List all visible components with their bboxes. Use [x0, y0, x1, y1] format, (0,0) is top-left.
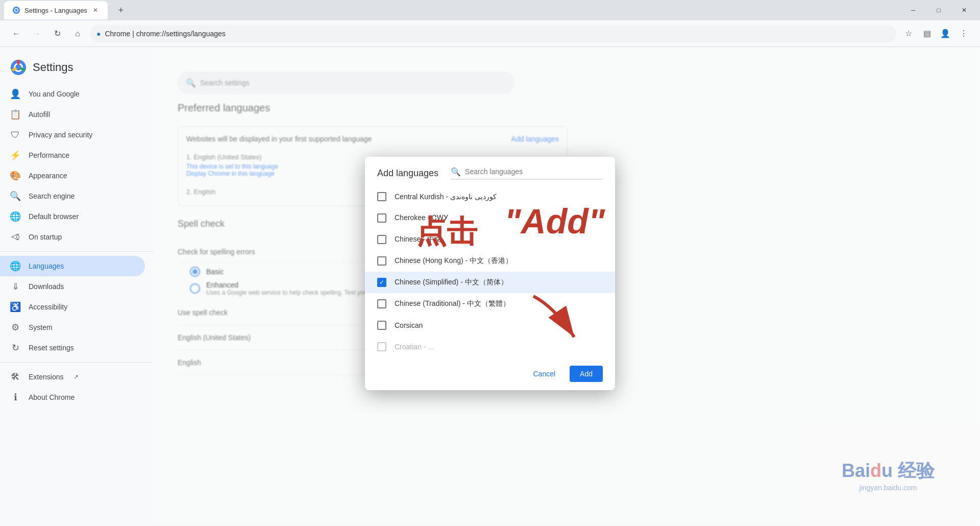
active-tab[interactable]: Settings - Languages ✕: [4, 1, 108, 19]
modal-search-icon: 🔍: [451, 167, 461, 177]
add-languages-link[interactable]: Add languages: [511, 135, 559, 143]
language-list-container: 点击 "Add" Central Kurdish - كوردیی ناوەند…: [365, 186, 615, 357]
croatian-checkbox[interactable]: [377, 342, 386, 351]
list-item[interactable]: Chinese - 中文: [365, 229, 615, 250]
english-us-label: English (United States): [178, 333, 251, 342]
sidebar-item-downloads[interactable]: ⇓ Downloads: [0, 276, 145, 297]
cherokee-checkbox[interactable]: [377, 213, 386, 223]
add-button[interactable]: Add: [570, 366, 603, 382]
corsican-label: Corsican: [395, 321, 423, 329]
home-button[interactable]: ⌂: [69, 26, 86, 42]
tab-close-button[interactable]: ✕: [91, 6, 100, 14]
sidebar-label-on-startup: On startup: [29, 233, 62, 241]
svg-point-2: [15, 9, 18, 12]
sidebar-item-reset-settings[interactable]: ↻ Reset settings: [0, 338, 145, 358]
palette-icon: 🎨: [10, 171, 20, 181]
address-bar[interactable]: ● Chrome | chrome://settings/languages: [90, 25, 896, 42]
chinese-traditional-checkbox[interactable]: [377, 299, 386, 308]
favicon-icon: [12, 6, 20, 14]
download-icon: ⇓: [10, 281, 20, 292]
check-spelling-label: Check for spelling errors: [178, 248, 255, 256]
new-tab-button[interactable]: +: [114, 3, 128, 17]
list-item[interactable]: Cherokee - ᏣᎳᎩ: [365, 207, 615, 229]
language-list: Central Kurdish - كوردیی ناوەندی Cheroke…: [365, 186, 615, 357]
tab-search-button[interactable]: ▤: [919, 26, 935, 42]
list-item[interactable]: Central Kurdish - كوردیی ناوەندی: [365, 186, 615, 207]
back-button[interactable]: ←: [8, 26, 24, 42]
sidebar-item-privacy-security[interactable]: 🛡 Privacy and security: [0, 125, 145, 145]
search-bar-icon: 🔍: [186, 78, 196, 88]
sidebar-label-search-engine: Search engine: [29, 192, 75, 200]
list-item[interactable]: Chinese (Traditional) - 中文（繁體）: [365, 293, 615, 315]
search-input[interactable]: [200, 79, 506, 87]
sidebar-item-you-and-google[interactable]: 👤 You and Google: [0, 84, 145, 104]
sidebar-item-accessibility[interactable]: ♿ Accessibility: [0, 297, 145, 317]
reload-button[interactable]: ↻: [49, 26, 65, 42]
bookmark-this-tab-button[interactable]: ☆: [900, 26, 917, 42]
enhanced-radio[interactable]: [190, 283, 200, 294]
reset-icon: ↻: [10, 343, 20, 353]
sidebar-header: Settings: [0, 55, 153, 84]
sidebar-label-privacy-security: Privacy and security: [29, 131, 92, 139]
sidebar-divider: [0, 251, 153, 252]
accessibility-icon: ♿: [10, 302, 20, 312]
corsican-checkbox[interactable]: [377, 321, 386, 330]
sidebar-label-reset-settings: Reset settings: [29, 344, 74, 352]
chinese-simplified-checkbox[interactable]: [377, 278, 386, 287]
list-item[interactable]: Corsican: [365, 315, 615, 336]
use-spell-check-label: Use spell check: [178, 308, 228, 317]
list-item[interactable]: Croatian - ...: [365, 336, 615, 357]
title-bar: Settings - Languages ✕ + ─ □ ✕: [0, 0, 980, 20]
sidebar-item-about-chrome[interactable]: ℹ About Chrome: [0, 387, 145, 408]
external-link-icon: ↗: [74, 373, 79, 380]
cherokee-label: Cherokee - ᏣᎳᎩ: [395, 213, 449, 222]
sidebar-item-autofill[interactable]: 📋 Autofill: [0, 104, 145, 125]
sidebar-label-extensions: Extensions: [29, 373, 63, 381]
chinese-checkbox[interactable]: [377, 235, 386, 244]
tab-title: Settings - Languages: [24, 7, 87, 14]
central-kurdish-checkbox[interactable]: [377, 192, 386, 201]
info-icon: ℹ: [10, 392, 20, 402]
secure-icon: ●: [96, 30, 101, 38]
sidebar-item-on-startup[interactable]: ⏿ On startup: [0, 227, 145, 247]
sidebar-item-search-engine[interactable]: 🔍 Search engine: [0, 186, 145, 206]
sidebar-label-system: System: [29, 323, 53, 331]
profile-button[interactable]: 👤: [937, 26, 953, 42]
list-item[interactable]: Chinese (Hong Kong) - 中文（香港）: [365, 250, 615, 272]
search-bar[interactable]: 🔍: [178, 71, 514, 94]
sidebar-item-system[interactable]: ⚙ System: [0, 317, 145, 338]
sidebar-label-autofill: Autofill: [29, 110, 50, 118]
maximize-button[interactable]: □: [927, 2, 950, 18]
sidebar-item-languages[interactable]: 🌐 Languages: [0, 256, 145, 276]
websites-description: Websites will be displayed in your first…: [186, 135, 372, 143]
extensions-icon: 🛠: [10, 372, 20, 382]
search-icon: 🔍: [10, 191, 20, 201]
settings-icon: ⚙: [10, 322, 20, 332]
sidebar-item-appearance[interactable]: 🎨 Appearance: [0, 165, 145, 186]
sidebar-item-extensions[interactable]: 🛠 Extensions ↗: [0, 367, 145, 387]
close-window-button[interactable]: ✕: [952, 2, 976, 18]
shield-icon: 🛡: [10, 130, 20, 140]
sidebar-label-you-and-google: You and Google: [29, 90, 80, 98]
window-controls: ─ □ ✕: [901, 2, 976, 18]
basic-radio[interactable]: [190, 267, 200, 277]
sidebar-label-appearance: Appearance: [29, 172, 67, 180]
chrome-logo-icon: [10, 59, 27, 76]
list-item[interactable]: Chinese (Simplified) - 中文（简体）: [365, 272, 615, 293]
cancel-button[interactable]: Cancel: [523, 366, 566, 382]
chinese-hk-checkbox[interactable]: [377, 256, 386, 266]
forward-button[interactable]: →: [29, 26, 45, 42]
modal-header: Add languages 🔍: [365, 157, 615, 186]
sidebar-item-default-browser[interactable]: 🌐 Default browser: [0, 206, 145, 227]
english-label: English: [178, 358, 201, 367]
nav-actions: ☆ ▤ 👤 ⋮: [900, 26, 972, 42]
power-icon: ⏿: [10, 232, 20, 242]
watermark-url: jingyan.baidu.com: [860, 484, 917, 492]
chinese-simplified-label: Chinese (Simplified) - 中文（简体）: [395, 278, 508, 287]
modal-search[interactable]: 🔍: [451, 167, 603, 180]
minimize-button[interactable]: ─: [901, 2, 925, 18]
more-options-button[interactable]: ⋮: [955, 26, 972, 42]
sidebar-label-about-chrome: About Chrome: [29, 393, 75, 401]
modal-search-input[interactable]: [465, 168, 603, 176]
sidebar-item-performance[interactable]: ⚡ Performance: [0, 145, 145, 165]
